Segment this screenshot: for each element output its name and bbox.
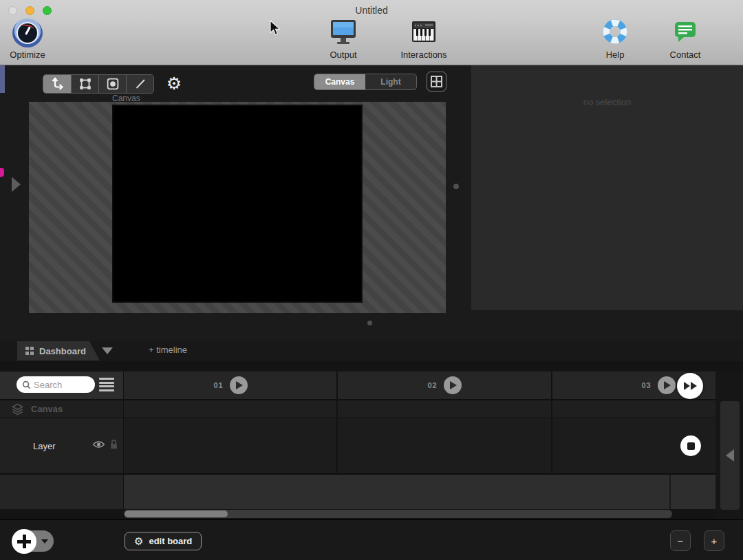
- board-tab-bar: Dashboard + timeline: [0, 341, 743, 361]
- timeline-footer-area: [124, 475, 715, 509]
- line-tool-button[interactable]: [126, 75, 153, 93]
- inspector-panel: no selection: [471, 65, 743, 310]
- column-03-label: 03: [641, 381, 651, 389]
- column-header-01: 01: [124, 371, 337, 399]
- output-button[interactable]: Output: [316, 19, 371, 60]
- timeline-scrollbar[interactable]: [124, 510, 672, 518]
- layer-track-cells[interactable]: [124, 418, 715, 473]
- gauge-icon: [12, 19, 43, 47]
- add-timeline-button[interactable]: + timeline: [149, 345, 187, 355]
- plus-icon: [17, 535, 31, 548]
- collapse-right-panel-button[interactable]: [720, 401, 740, 510]
- canvas-settings-gear-icon[interactable]: ⚙: [164, 73, 184, 94]
- view-toggle-light[interactable]: Light: [365, 74, 416, 89]
- add-dropdown-caret-icon[interactable]: [41, 539, 48, 543]
- collapse-left-arrow-icon: [726, 449, 734, 462]
- edit-board-button[interactable]: ⚙ edit board: [125, 532, 202, 550]
- no-selection-text: no selection: [471, 97, 743, 107]
- layer-name-label: Layer: [33, 441, 56, 451]
- help-button[interactable]: Help: [594, 19, 636, 60]
- transform-tool-icon: [78, 76, 93, 91]
- stop-icon: [687, 442, 695, 450]
- help-label: Help: [606, 50, 625, 60]
- line-tool-icon: [133, 76, 148, 91]
- column-01-label: 01: [213, 381, 223, 389]
- optimize-button[interactable]: Optimize: [4, 19, 51, 60]
- zoom-out-button[interactable]: −: [670, 530, 691, 551]
- grid-icon: [431, 76, 442, 87]
- edge-marker: [0, 168, 4, 177]
- play-icon: [664, 381, 671, 389]
- midi-keyboard-icon: [410, 19, 438, 47]
- layer-row[interactable]: Layer: [0, 418, 124, 473]
- timeline-footer-left: [0, 475, 124, 509]
- search-field[interactable]: [17, 376, 95, 393]
- transform-tool-button[interactable]: [71, 75, 98, 93]
- chat-bubble-icon: [671, 19, 699, 47]
- timeline-panel: 01 02 03 Canvas: [0, 361, 743, 519]
- move-tool-icon: [49, 76, 65, 92]
- search-input[interactable]: [34, 380, 89, 390]
- timeline-column-headers: 01 02 03: [124, 371, 715, 399]
- tool-group: [43, 74, 154, 94]
- move-tool-button[interactable]: [43, 75, 71, 93]
- column-02-label: 02: [427, 381, 437, 389]
- column-02-play-button[interactable]: [444, 376, 462, 394]
- play-icon: [236, 381, 243, 389]
- contact-label: Contact: [670, 50, 701, 60]
- canvas-surface[interactable]: [112, 105, 363, 303]
- dashboard-tab-label: Dashboard: [39, 346, 86, 356]
- window-title: Untitled: [0, 5, 743, 16]
- background-window-edge: [0, 65, 5, 93]
- view-toggle-canvas[interactable]: Canvas: [314, 74, 365, 89]
- expand-left-panel-icon[interactable]: [12, 177, 21, 192]
- interactions-label: Interactions: [400, 50, 446, 60]
- tab-dashboard[interactable]: Dashboard: [17, 341, 100, 360]
- dashboard-grid-icon: [25, 347, 34, 355]
- mask-tool-icon: [105, 76, 120, 91]
- layer-visibility-eye-icon[interactable]: [92, 440, 105, 452]
- panel-divider-handle[interactable]: [453, 184, 459, 189]
- tab-dropdown-caret-icon[interactable]: [102, 347, 113, 354]
- zoom-in-button[interactable]: +: [704, 530, 724, 551]
- column-01-play-button[interactable]: [230, 376, 248, 394]
- column-header-02: 02: [337, 371, 552, 399]
- application-window: Untitled Optimize Output: [0, 0, 743, 560]
- output-label: Output: [330, 50, 356, 60]
- play-icon: [450, 381, 457, 389]
- bottom-bar: ⚙ edit board − +: [0, 519, 743, 560]
- lifebuoy-icon: [602, 19, 628, 47]
- titlebar: Untitled Optimize Output: [0, 0, 743, 65]
- fast-forward-button[interactable]: [677, 373, 703, 399]
- layer-group-row-canvas[interactable]: Canvas: [0, 400, 715, 418]
- menu-icon[interactable]: [99, 378, 114, 391]
- gear-icon: ⚙: [134, 536, 143, 546]
- search-icon: [22, 380, 31, 389]
- stop-button[interactable]: [680, 435, 701, 456]
- mask-tool-button[interactable]: [98, 75, 126, 93]
- layers-icon: [11, 402, 24, 416]
- add-button[interactable]: [12, 529, 36, 554]
- edit-board-label: edit board: [149, 536, 192, 546]
- interactions-button[interactable]: Interactions: [389, 19, 458, 60]
- panel-divider-handle[interactable]: [367, 321, 372, 325]
- grid-view-button[interactable]: [427, 72, 446, 91]
- display-icon: [328, 19, 358, 47]
- column-03-play-button[interactable]: [658, 376, 676, 394]
- fast-forward-icon: [684, 382, 690, 390]
- optimize-label: Optimize: [10, 50, 45, 60]
- timeline-scrollbar-thumb[interactable]: [125, 510, 228, 517]
- view-mode-toggle: Canvas Light: [314, 74, 417, 90]
- timeline-search-bar: [0, 371, 124, 399]
- layer-lock-icon[interactable]: [109, 439, 118, 453]
- contact-button[interactable]: Contact: [660, 19, 710, 60]
- group-canvas-label: Canvas: [31, 404, 63, 414]
